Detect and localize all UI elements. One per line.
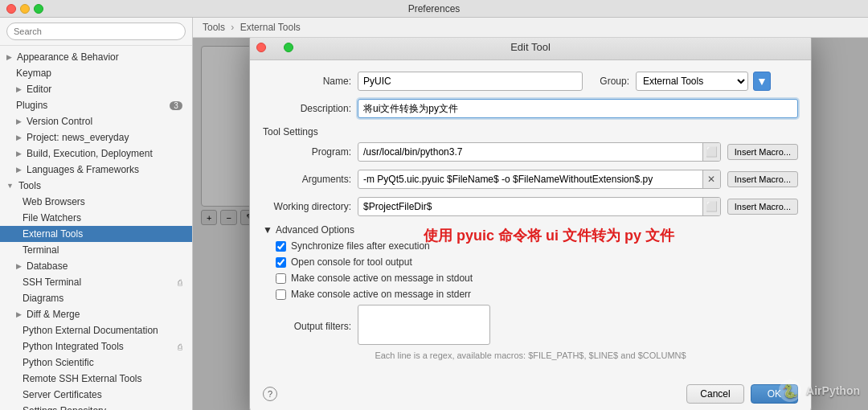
working-dir-browse-button[interactable]: ⬜ (702, 198, 720, 215)
make-active-stdout-checkbox[interactable] (276, 273, 286, 284)
program-insert-macro-button[interactable]: Insert Macro... (727, 144, 798, 160)
make-active-stderr-checkbox[interactable] (276, 289, 286, 300)
program-browse-button[interactable]: ⬜ (702, 143, 720, 161)
breadcrumb-part2: External Tools (240, 22, 301, 33)
sidebar-item-python-ext-docs[interactable]: Python External Documentation (0, 322, 192, 338)
sidebar-item-label: Diagrams (23, 293, 63, 304)
sync-files-row: Synchronize files after execution (263, 240, 798, 252)
disclosure-arrow: ▶ (16, 262, 22, 270)
disclosure-arrow: ▼ (6, 182, 14, 190)
sidebar-item-label: Keymap (16, 68, 51, 79)
group-select[interactable]: External Tools (636, 72, 748, 91)
disclosure-arrow: ▶ (16, 133, 22, 141)
breadcrumb: Tools › External Tools (193, 18, 868, 38)
disclosure-arrow: ▶ (6, 53, 12, 61)
sidebar-item-label: Terminal (23, 244, 59, 256)
tool-settings-header: Tool Settings (263, 126, 798, 137)
working-dir-label: Working directory: (263, 201, 351, 212)
arguments-insert-macro-button[interactable]: Insert Macro... (727, 171, 798, 187)
sidebar-item-label: SSH Terminal (23, 277, 178, 288)
sidebar-item-python-scientific[interactable]: Python Scientific (0, 355, 192, 371)
arguments-row: Arguments: ✕ Insert Macro... (263, 170, 798, 189)
sidebar-item-appearance[interactable]: ▶ Appearance & Behavior (0, 49, 192, 65)
arguments-clear-button[interactable]: ✕ (702, 170, 720, 188)
sidebar-item-label: External Tools (23, 228, 83, 240)
dialog-area: + − ✎ ▲ ▼ ⧉ (193, 38, 868, 410)
arguments-input[interactable] (358, 174, 702, 185)
advanced-options-header[interactable]: ▼ Advanced Options (263, 224, 798, 236)
breadcrumb-separator: › (231, 22, 234, 33)
modal-maximize-button[interactable] (284, 43, 293, 52)
edit-tool-dialog: Edit Tool Name: Group: External Tools (249, 38, 812, 410)
name-input[interactable] (358, 72, 583, 91)
name-label: Name: (263, 76, 351, 87)
sidebar-item-remote-ssh[interactable]: Remote SSH External Tools (0, 371, 192, 387)
sidebar-item-server-certs[interactable]: Server Certificates (0, 387, 192, 403)
output-filters-input[interactable] (358, 305, 490, 345)
description-input[interactable] (358, 99, 798, 118)
sidebar-item-label: Python Integrated Tools (23, 341, 178, 352)
disclosure-arrow: ▶ (16, 150, 22, 158)
modal-close-button[interactable] (256, 43, 266, 52)
sidebar-item-label: Tools (15, 180, 182, 191)
modal-overlay: Edit Tool Name: Group: External Tools (193, 38, 868, 410)
name-group-row: Name: Group: External Tools ▼ (263, 72, 798, 91)
plugins-badge: 3 (170, 101, 182, 110)
open-console-row: Open console for tool output (263, 256, 798, 268)
cancel-button[interactable]: Cancel (686, 384, 743, 404)
modal-body: Name: Group: External Tools ▼ (250, 60, 811, 378)
sidebar-item-languages[interactable]: ▶ Languages & Frameworks (0, 162, 192, 178)
sidebar-item-label: File Watchers (23, 212, 170, 223)
sync-files-checkbox[interactable] (276, 241, 286, 252)
sidebar-item-label: Web Browsers (23, 196, 85, 207)
sidebar-item-ssh-terminal[interactable]: SSH Terminal ⎙ (0, 274, 192, 290)
minimize-button[interactable] (20, 4, 30, 14)
working-dir-insert-macro-button[interactable]: Insert Macro... (727, 199, 798, 215)
sidebar-item-file-watchers[interactable]: File Watchers (0, 210, 192, 226)
close-button[interactable] (6, 4, 16, 14)
sidebar-item-label: Remote SSH External Tools (23, 373, 142, 384)
group-expand-button[interactable]: ▼ (753, 72, 771, 91)
breadcrumb-part1: Tools (203, 22, 225, 33)
maximize-button[interactable] (34, 4, 43, 14)
arguments-input-group: ✕ (358, 170, 721, 189)
sidebar-item-label: Languages & Frameworks (23, 164, 182, 175)
description-label: Description: (263, 103, 351, 114)
sidebar-item-version-control[interactable]: ▶ Version Control (0, 113, 192, 129)
sidebar-item-tools[interactable]: ▼ Tools (0, 178, 192, 194)
sidebar-item-project[interactable]: ▶ Project: news_everyday (0, 129, 192, 146)
sidebar-item-diagrams[interactable]: Diagrams (0, 290, 192, 306)
sidebar-item-plugins[interactable]: Plugins 3 (0, 97, 192, 113)
title-bar: Preferences (0, 0, 868, 18)
sidebar-item-label: Settings Repository (23, 405, 106, 410)
sidebar-item-terminal[interactable]: Terminal (0, 242, 192, 258)
search-input[interactable] (6, 23, 186, 40)
sidebar-item-external-tools[interactable]: External Tools (0, 226, 192, 242)
watermark-icon: 🐍 (779, 379, 801, 402)
sidebar-item-label: Build, Execution, Deployment (23, 148, 182, 159)
sidebar-item-label: Editor (23, 84, 182, 95)
working-dir-input[interactable] (358, 201, 702, 212)
sidebar: ▶ Appearance & Behavior Keymap ▶ Editor … (0, 18, 193, 410)
sidebar-item-web-browsers[interactable]: Web Browsers (0, 194, 192, 210)
open-console-checkbox[interactable] (276, 257, 286, 268)
sidebar-item-editor[interactable]: ▶ Editor (0, 81, 192, 97)
sidebar-item-label: Python Scientific (23, 357, 94, 368)
program-input[interactable] (358, 146, 702, 158)
window-title: Preferences (408, 3, 461, 14)
disclosure-arrow: ▶ (16, 166, 22, 174)
sidebar-item-python-int-tools[interactable]: Python Integrated Tools ⎙ (0, 338, 192, 355)
sidebar-item-build[interactable]: ▶ Build, Execution, Deployment (0, 146, 192, 162)
modal-title: Edit Tool (510, 41, 551, 53)
program-input-group: ⬜ (358, 142, 721, 162)
sidebar-item-label: Appearance & Behavior (14, 51, 182, 63)
macro-hint: Each line is a regex, available macros: … (263, 351, 798, 360)
search-bar (0, 18, 192, 46)
sidebar-item-database[interactable]: ▶ Database (0, 258, 192, 274)
group-select-row: External Tools ▼ (636, 72, 771, 91)
sidebar-item-keymap[interactable]: Keymap (0, 65, 192, 81)
help-button[interactable]: ? (263, 387, 277, 401)
sidebar-item-diff-merge[interactable]: ▶ Diff & Merge (0, 306, 192, 322)
arguments-label: Arguments: (263, 174, 351, 185)
sidebar-item-settings-repo[interactable]: Settings Repository (0, 403, 192, 410)
